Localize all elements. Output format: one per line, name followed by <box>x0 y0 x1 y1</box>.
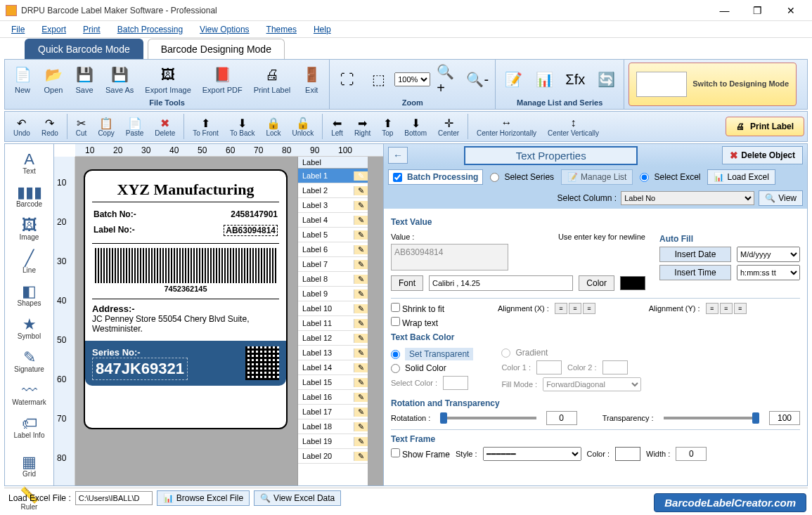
menu-file[interactable]: File <box>4 22 32 37</box>
select-excel-radio[interactable]: Select Excel <box>640 172 700 182</box>
back-button[interactable]: ← <box>388 147 408 164</box>
show-frame-checkbox[interactable]: Show Frame <box>391 448 450 459</box>
label-list-item[interactable]: Label 18✎ <box>298 419 368 434</box>
switch-mode-button[interactable]: Switch to Designing Mode <box>629 63 797 106</box>
load-excel-button[interactable]: 📊Load Excel <box>707 169 775 185</box>
pencil-icon[interactable]: ✎ <box>354 275 368 284</box>
label-list-item[interactable]: Label 10✎ <box>298 301 368 316</box>
label-list-item[interactable]: Label 13✎ <box>298 346 368 360</box>
label-list-item[interactable]: Label 20✎ <box>298 449 368 464</box>
frame-width[interactable] <box>676 447 707 461</box>
select-series-radio[interactable]: Select Series <box>490 172 554 182</box>
tool-labelinfo[interactable]: 🏷Label Info <box>8 411 51 443</box>
manage-excel-button[interactable]: 📊 <box>529 67 559 91</box>
pencil-icon[interactable]: ✎ <box>354 348 368 358</box>
view-excel-button[interactable]: 🔍View Excel Data <box>254 490 341 506</box>
label-list-item[interactable]: Label 9✎ <box>298 287 368 301</box>
pencil-icon[interactable]: ✎ <box>354 452 368 461</box>
menu-help[interactable]: Help <box>307 22 338 37</box>
tab-quick-mode[interactable]: Quick Barcode Mode <box>25 39 143 59</box>
value-textarea[interactable] <box>391 244 508 270</box>
gradient-radio[interactable]: Gradient <box>501 348 548 358</box>
tool-barcode[interactable]: ▮▮▮Barcode <box>8 180 51 211</box>
solid-radio[interactable]: Solid Color <box>391 363 446 373</box>
label-list-item[interactable]: Label 11✎ <box>298 316 368 331</box>
open-button[interactable]: 📂Open <box>39 63 68 96</box>
frame-color-swatch[interactable] <box>615 447 640 461</box>
label-list-item[interactable]: Label 1✎ <box>298 169 368 183</box>
zoom-out-button[interactable]: 🔍- <box>463 67 492 91</box>
label-list-item[interactable]: Label 17✎ <box>298 405 368 419</box>
insert-date-button[interactable]: Insert Date <box>659 247 731 262</box>
manage-refresh-button[interactable]: 🔄 <box>591 67 621 91</box>
paste-button[interactable]: 📄Paste <box>120 115 150 138</box>
view-button[interactable]: 🔍View <box>759 190 803 206</box>
pencil-icon[interactable]: ✎ <box>354 408 368 417</box>
tofront-button[interactable]: ⬆To Front <box>187 115 224 138</box>
cut-button[interactable]: ✂Cut <box>70 115 93 138</box>
label-list-item[interactable]: Label 16✎ <box>298 390 368 405</box>
tool-shapes[interactable]: ◧Shapes <box>8 279 51 311</box>
manage-edit-button[interactable]: 📝 <box>498 67 528 91</box>
print-label-big-button[interactable]: 🖨Print Label <box>726 117 804 136</box>
export-pdf-button[interactable]: 📕Export PDF <box>198 63 247 96</box>
canvas-area[interactable]: 102030405060708090100 1020304050607080 X… <box>53 143 384 486</box>
pencil-icon[interactable]: ✎ <box>354 171 368 181</box>
tool-line[interactable]: ╱Line <box>8 246 51 278</box>
delete-object-button[interactable]: ✖Delete Object <box>722 146 803 164</box>
undo-button[interactable]: ↶Undo <box>8 115 36 138</box>
pencil-icon[interactable]: ✎ <box>354 319 368 328</box>
redo-button[interactable]: ↷Redo <box>36 115 64 138</box>
tool-text[interactable]: AText <box>8 147 51 178</box>
export-image-button[interactable]: 🖼Export Image <box>140 63 195 96</box>
manage-fx-button[interactable]: Σfx <box>560 67 590 91</box>
pencil-icon[interactable]: ✎ <box>354 260 368 269</box>
labelno-value[interactable]: AB63094814 <box>224 225 278 236</box>
manage-list-button[interactable]: 📝Manage List <box>561 169 633 185</box>
rotation-value[interactable] <box>546 411 577 425</box>
maximize-button[interactable]: ❐ <box>742 1 773 20</box>
label-list-item[interactable]: Label 6✎ <box>298 242 368 257</box>
menu-batch[interactable]: Batch Processing <box>110 22 190 37</box>
print-label-button[interactable]: 🖨Print Label <box>249 63 296 96</box>
tool-image[interactable]: 🖼Image <box>8 213 51 245</box>
saveas-button[interactable]: 💾Save As <box>101 63 138 96</box>
pencil-icon[interactable]: ✎ <box>354 230 368 240</box>
align-top-button[interactable]: ⬆Top <box>376 115 399 138</box>
transparency-slider[interactable] <box>664 417 759 419</box>
close-button[interactable]: ✕ <box>775 1 806 20</box>
zoom-select[interactable]: 100% <box>394 72 430 86</box>
batch-checkbox[interactable]: Batch Processing <box>388 169 483 185</box>
pencil-icon[interactable]: ✎ <box>354 378 368 387</box>
toback-button[interactable]: ⬇To Back <box>224 115 261 138</box>
menu-themes[interactable]: Themes <box>259 22 304 37</box>
label-list-item[interactable]: Label 15✎ <box>298 375 368 390</box>
menu-view[interactable]: View Options <box>193 22 256 37</box>
color2-swatch[interactable] <box>602 360 628 374</box>
transparent-radio[interactable]: Set Transparent <box>391 348 473 360</box>
font-button[interactable]: Font <box>391 275 423 291</box>
label-list-item[interactable]: Label 2✎ <box>298 183 368 198</box>
exit-button[interactable]: 🚪Exit <box>297 63 326 96</box>
label-list-item[interactable]: Label 3✎ <box>298 198 368 213</box>
pencil-icon[interactable]: ✎ <box>354 437 368 446</box>
pencil-icon[interactable]: ✎ <box>354 245 368 254</box>
tool-grid[interactable]: ▦Grid <box>8 450 51 481</box>
tool-symbol[interactable]: ★Symbol <box>8 312 51 344</box>
label-list-item[interactable]: Label 12✎ <box>298 331 368 346</box>
lock-button[interactable]: 🔒Lock <box>260 115 286 138</box>
label-list-item[interactable]: Label 8✎ <box>298 272 368 287</box>
time-format[interactable]: h:mm:ss tt <box>737 265 800 280</box>
align-center-button[interactable]: ✛Center <box>432 115 465 138</box>
color1-swatch[interactable] <box>536 360 562 374</box>
align-x-buttons[interactable]: ≡≡≡ <box>555 303 595 314</box>
menu-print[interactable]: Print <box>76 22 108 37</box>
solid-color-swatch[interactable] <box>443 376 468 390</box>
save-button[interactable]: 💾Save <box>70 63 99 96</box>
pencil-icon[interactable]: ✎ <box>354 289 368 299</box>
frame-style[interactable]: ━━━━━━ <box>483 447 581 461</box>
pencil-icon[interactable]: ✎ <box>354 201 368 210</box>
excel-path-input[interactable] <box>75 491 153 505</box>
browse-excel-button[interactable]: 📊Browse Excel File <box>157 490 250 506</box>
pencil-icon[interactable]: ✎ <box>354 304 368 313</box>
